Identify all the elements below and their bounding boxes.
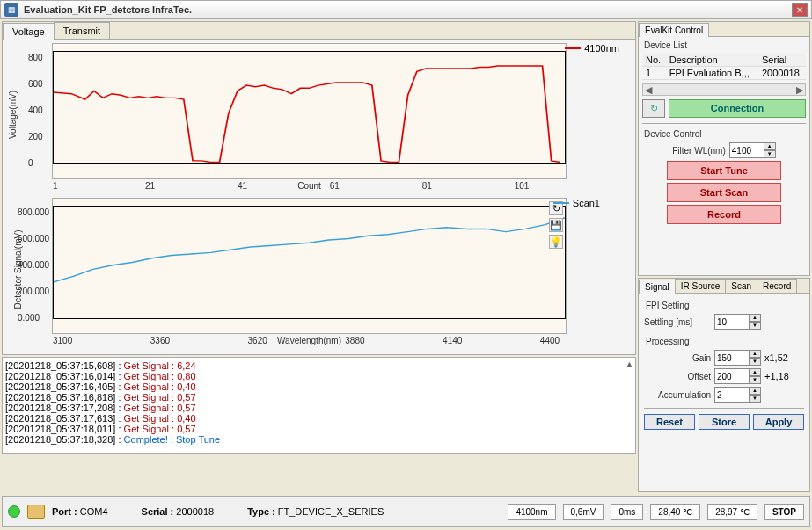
status-wavelength: 4100nm	[508, 504, 555, 520]
chart-save-icon[interactable]: 💾	[549, 218, 563, 232]
evalkit-control-panel: EvalKit Control Device List No.Descripti…	[638, 21, 810, 276]
store-button[interactable]: Store	[699, 414, 750, 430]
start-tune-button[interactable]: Start Tune	[667, 161, 781, 180]
status-temp1: 28,40 ℃	[650, 504, 700, 520]
gain-input[interactable]: ▲▼	[714, 350, 761, 366]
chart1-ylabel: Voltage(mV)	[8, 91, 18, 139]
chart2-plot	[53, 206, 566, 319]
offset-label: Offset	[644, 372, 711, 381]
titlebar: ▦ Evaluation_Kit FP_detctors InfraTec. ✕	[0, 0, 812, 19]
chart1-plot	[53, 51, 566, 164]
connection-button[interactable]: Connection	[669, 99, 806, 118]
chart1-xlabel: Count	[52, 181, 567, 191]
offset-input[interactable]: ▲▼	[714, 368, 761, 384]
chart1-legend: 4100nm	[565, 43, 619, 54]
tab-ir-source[interactable]: IR Source	[675, 279, 726, 293]
processing-label: Processing	[646, 337, 804, 346]
status-led-icon	[8, 505, 20, 518]
tab-voltage[interactable]: Voltage	[3, 23, 55, 40]
status-bar: Port : COM4 Serial : 2000018 Type : FT_D…	[2, 496, 810, 527]
chart-tabs: Voltage Transmit	[3, 22, 635, 40]
chart2-legend: Scan1	[553, 198, 600, 208]
refresh-button[interactable]: ↻	[642, 99, 665, 118]
device-list-table: No.DescriptionSerial 1FPI Evaluation B,,…	[642, 54, 806, 80]
tab-record[interactable]: Record	[757, 279, 797, 293]
device-control-label: Device Control	[644, 129, 806, 139]
tab-evalkit-control[interactable]: EvalKit Control	[639, 23, 709, 37]
hscroll[interactable]: ◀▶	[642, 83, 806, 96]
status-time: 0ms	[611, 504, 643, 520]
settling-input[interactable]: ▲▼	[714, 314, 761, 330]
settling-label: Settling [ms]	[644, 317, 711, 327]
chart-panel: Voltage Transmit Voltage(mV) 0 200 400 6…	[2, 21, 636, 355]
fpi-setting-label: FPI Setting	[646, 301, 804, 310]
tab-scan[interactable]: Scan	[725, 279, 757, 293]
log-panel[interactable]: ▲ [20201218_05:37:15,608] : Get Signal :…	[2, 357, 636, 454]
accum-input[interactable]: ▲▼	[714, 387, 761, 403]
gain-mult: x1,52	[764, 352, 788, 363]
tab-transmit[interactable]: Transmit	[54, 22, 110, 39]
reset-button[interactable]: Reset	[644, 414, 695, 430]
window-title: Evaluation_Kit FP_detctors InfraTec.	[24, 4, 792, 15]
device-list-label: Device List	[644, 40, 806, 50]
chart-info-icon[interactable]: 💡	[549, 235, 563, 249]
gain-label: Gain	[644, 353, 711, 363]
filter-wl-input[interactable]: ▲▼	[729, 142, 776, 158]
status-temp2: 28,97 ℃	[707, 504, 757, 520]
status-stop: STOP	[764, 504, 804, 520]
scroll-up-icon[interactable]: ▲	[625, 359, 633, 368]
close-button[interactable]: ✕	[792, 3, 808, 17]
app-icon: ▦	[4, 3, 18, 17]
record-button[interactable]: Record	[667, 205, 781, 224]
refresh-icon: ↻	[650, 103, 658, 114]
signal-panel: Signal IR Source Scan Record FPI Setting…	[638, 278, 810, 492]
device-icon	[27, 505, 45, 519]
table-row[interactable]: 1FPI Evaluation B,,,2000018	[642, 67, 806, 80]
accum-label: Accumulation	[644, 390, 711, 400]
start-scan-button[interactable]: Start Scan	[667, 183, 781, 202]
offset-add: +1,18	[764, 371, 789, 381]
status-voltage: 0,6mV	[563, 504, 604, 520]
apply-button[interactable]: Apply	[753, 414, 804, 430]
tab-signal[interactable]: Signal	[639, 280, 676, 294]
filter-wl-label: Filter WL(nm)	[672, 146, 726, 156]
chart2-xlabel: Wavelength(nm)	[52, 336, 567, 345]
